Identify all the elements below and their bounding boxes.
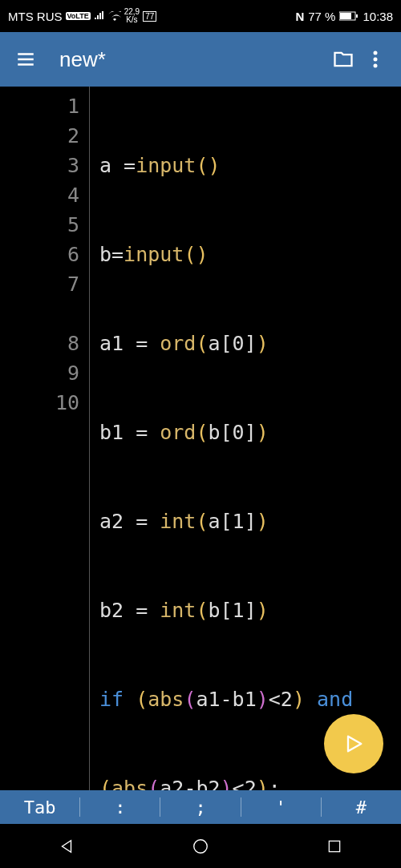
circle-home-icon: [192, 838, 209, 855]
home-button[interactable]: [168, 830, 233, 862]
carrier-label: MTS RUS: [8, 10, 63, 23]
code-editor[interactable]: 1 2 3 4 5 6 7 . 8 9 10 a =input() b=inpu…: [0, 87, 401, 798]
symbol-toolbar: Tab : ; ' #: [0, 790, 401, 824]
line-number: 4: [0, 180, 79, 210]
triangle-back-icon: [58, 838, 75, 855]
code-content[interactable]: a =input() b=input() a1 = ord(a[0]) b1 =…: [90, 87, 353, 798]
more-vert-icon: [373, 50, 378, 69]
code-line: if (abs(a1-b1)<2) and: [99, 684, 353, 714]
play-icon: [342, 733, 365, 755]
square-recents-icon: [326, 838, 342, 854]
open-folder-button[interactable]: [327, 43, 359, 75]
line-number: 7: [0, 269, 79, 299]
semicolon-key[interactable]: ;: [160, 797, 240, 818]
menu-button[interactable]: [10, 43, 42, 75]
colon-key[interactable]: :: [80, 797, 160, 818]
signal-icon: [94, 10, 105, 23]
recents-button[interactable]: [302, 830, 367, 862]
line-number: 10: [0, 388, 79, 418]
code-line: a2 = int(a[1]): [99, 507, 353, 536]
wifi-icon: [108, 10, 121, 23]
volte-badge: VoLTE: [66, 12, 91, 20]
svg-rect-7: [329, 841, 339, 851]
code-line: a =input(): [99, 151, 353, 180]
app-toolbar: new*: [0, 32, 401, 87]
svg-rect-1: [340, 13, 351, 19]
android-nav-bar: [0, 824, 401, 868]
code-line: b2 = int(b[1]): [99, 595, 353, 625]
back-button[interactable]: [34, 830, 99, 862]
line-number: 5: [0, 210, 79, 240]
file-title: new*: [59, 47, 327, 72]
svg-rect-2: [356, 14, 358, 18]
hash-key[interactable]: #: [322, 797, 401, 818]
svg-point-6: [194, 839, 208, 853]
line-continuation: .: [0, 299, 79, 329]
line-number: 9: [0, 358, 79, 388]
line-number: 8: [0, 329, 79, 358]
line-gutter: 1 2 3 4 5 6 7 . 8 9 10: [0, 87, 90, 798]
folder-icon: [332, 48, 354, 71]
status-left: MTS RUS VoLTE 22,9 K/s 77: [8, 8, 156, 24]
hamburger-icon: [15, 49, 36, 70]
code-line: a1 = ord(a[0]): [99, 329, 353, 358]
svg-point-5: [374, 64, 378, 68]
line-number: 6: [0, 240, 79, 269]
run-button[interactable]: [324, 714, 383, 773]
overflow-menu-button[interactable]: [359, 43, 391, 75]
clock: 10:38: [363, 10, 393, 23]
android-status-bar: MTS RUS VoLTE 22,9 K/s 77 N 77 % 10:38: [0, 0, 401, 32]
line-number: 3: [0, 151, 79, 180]
line-number: 2: [0, 121, 79, 151]
battery-icon: [339, 10, 358, 23]
code-line: b=input(): [99, 240, 353, 269]
line-number: 1: [0, 91, 79, 121]
svg-point-4: [374, 58, 378, 62]
battery-percent: 77 %: [308, 10, 335, 23]
code-line: b1 = ord(b[0]): [99, 418, 353, 447]
network-speed: 22,9 K/s: [124, 8, 140, 24]
nfc-icon: N: [295, 10, 304, 23]
tab-key[interactable]: Tab: [0, 797, 79, 818]
status-box: 77: [143, 11, 156, 22]
svg-point-3: [374, 51, 378, 55]
status-right: N 77 % 10:38: [295, 10, 393, 23]
quote-key[interactable]: ': [241, 797, 321, 818]
